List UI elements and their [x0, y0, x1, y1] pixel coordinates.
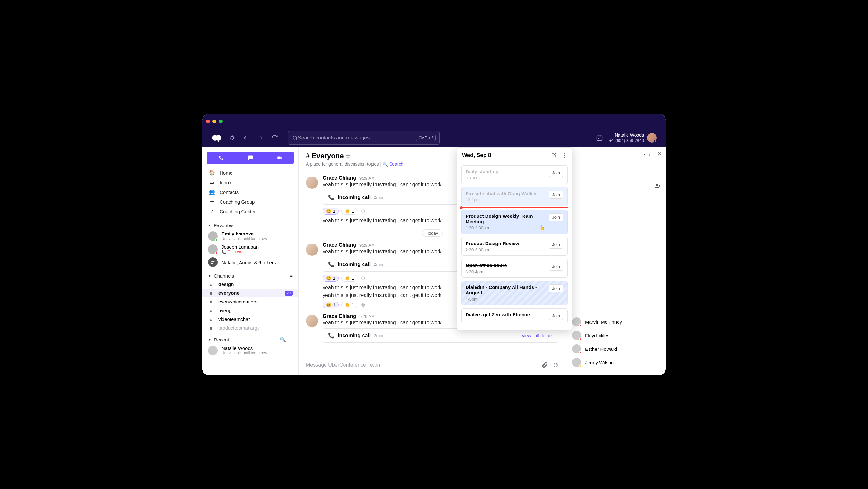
phone-icon: 📞	[221, 250, 226, 254]
calendar-event[interactable]: Open office hours3:30-4pm Join	[461, 259, 568, 278]
join-button[interactable]: Join	[549, 213, 563, 221]
channel-everyvoicematters[interactable]: #everyvoicematters	[202, 297, 299, 306]
join-button[interactable]: Join	[549, 169, 563, 177]
window-minimize[interactable]	[213, 119, 216, 123]
reaction-pill[interactable]: 👏 1	[341, 208, 358, 214]
calendar-event[interactable]: Fireside chat with Craig Walker12-1pm Jo…	[461, 187, 568, 206]
channel-videoteamchat[interactable]: #videoteamchat	[202, 315, 299, 323]
star-icon[interactable]: ☆	[345, 152, 351, 160]
open-external-icon[interactable]	[552, 152, 557, 159]
incoming-call-icon: 📞	[328, 194, 335, 200]
user-menu[interactable]: Natalie Woods +1 (604) 359-7840	[610, 133, 657, 143]
join-button[interactable]: Join	[549, 284, 563, 292]
chevron-down-icon: ▼	[208, 338, 211, 342]
close-icon[interactable]: ✕	[657, 150, 662, 157]
message-tab[interactable]	[236, 152, 265, 164]
calendar-panel: Wed, Sep 8 ⋮ Daily stand up9-10am Join F…	[457, 147, 572, 330]
channel-uveng[interactable]: #uveng	[202, 306, 299, 315]
favorite-emily[interactable]: Emily IvanovaUnavailable until tomorrow	[202, 229, 299, 242]
message-avatar[interactable]	[306, 243, 318, 256]
recent-header[interactable]: ▼Recent 🔍=	[202, 335, 299, 344]
refresh-icon[interactable]	[271, 134, 279, 142]
action-tabs	[202, 147, 299, 167]
avatar	[572, 344, 581, 353]
channel-design[interactable]: #design	[202, 280, 299, 289]
forward-icon[interactable]	[256, 134, 265, 142]
settings-icon[interactable]	[228, 134, 236, 142]
reaction-pill[interactable]: 😄 1	[322, 208, 339, 214]
inbox-icon: ▭	[209, 179, 215, 185]
calendar-event-active[interactable]: Product Design Weekly Team Meeting1:30-2…	[461, 210, 568, 234]
calendar-event[interactable]: Daily stand up9-10am Join	[461, 165, 568, 184]
recent-search-icon[interactable]: 🔍	[280, 337, 286, 342]
contacts-icon: 👥	[209, 189, 215, 195]
channel-everyone[interactable]: #everyone20	[202, 289, 299, 297]
avatar	[208, 346, 218, 355]
video-tab[interactable]	[265, 152, 294, 164]
back-icon[interactable]	[242, 134, 250, 142]
svg-point-10	[656, 183, 658, 186]
window-maximize[interactable]	[219, 119, 223, 123]
reaction-pill[interactable]: 😄 1	[322, 301, 339, 308]
recent-menu-icon[interactable]: =	[290, 337, 293, 342]
message-author[interactable]: Grace Chiang	[322, 313, 356, 319]
message-author[interactable]: Grace Chiang	[322, 175, 356, 181]
call-tab[interactable]	[207, 152, 236, 164]
reaction-pill[interactable]: 👏 1	[341, 301, 358, 308]
invite-icon[interactable]	[654, 183, 661, 189]
event-more-icon[interactable]: ⋮	[539, 213, 545, 219]
reaction-pill[interactable]: 😄 1	[322, 275, 339, 282]
member-item[interactable]: Floyd Miles	[572, 328, 660, 342]
composer-input[interactable]	[306, 362, 537, 368]
group-icon: ☷	[209, 199, 215, 205]
message-avatar[interactable]	[306, 176, 318, 189]
join-button[interactable]: Join	[549, 191, 563, 199]
calendar-event[interactable]: DialedIn - Company All Hands - August4-5…	[461, 281, 568, 305]
join-button[interactable]: Join	[549, 312, 563, 320]
nav-list: 🏠Home ▭Inbox 👥Contacts ☷Coaching Group ↗…	[202, 167, 299, 218]
add-reaction-icon[interactable]: ☺	[360, 208, 366, 214]
app-logo[interactable]	[211, 133, 222, 143]
channel-search[interactable]: 🔍 Search	[382, 162, 403, 167]
attachment-icon[interactable]	[541, 362, 548, 368]
reaction-pill[interactable]: 👏 1	[341, 275, 358, 282]
presence-dot	[579, 365, 582, 368]
calendar-icon[interactable]	[595, 134, 604, 142]
message-author[interactable]: Grace Chiang	[322, 242, 356, 248]
nav-coaching-group[interactable]: ☷Coaching Group	[202, 197, 299, 206]
favorites-header[interactable]: ▼Favorites =	[202, 221, 299, 229]
presence-dot	[579, 324, 582, 327]
channels-menu-icon[interactable]: =	[290, 273, 293, 279]
join-button[interactable]: Join	[549, 262, 563, 270]
nav-inbox[interactable]: ▭Inbox	[202, 177, 299, 187]
more-icon[interactable]: ⋮	[562, 152, 567, 159]
favorites-menu-icon[interactable]: =	[290, 223, 293, 228]
calendar-event[interactable]: Dialers get Zen with Etienne Join	[461, 308, 568, 323]
search-bar[interactable]: CMD + /	[288, 131, 440, 145]
member-item[interactable]: Jenny Wilson	[572, 356, 660, 369]
member-item[interactable]: Marvin McKinney	[572, 315, 660, 328]
message-time: 9:29 AM	[359, 314, 375, 319]
message-time: 9:29 AM	[359, 176, 375, 181]
presence-dot	[654, 140, 657, 143]
message-avatar[interactable]	[306, 315, 318, 327]
favorite-group[interactable]: Natalie, Annie, & 6 others	[202, 256, 299, 269]
hash-icon: #	[208, 308, 214, 313]
user-name: Natalie Woods	[610, 133, 644, 138]
join-button[interactable]: Join	[549, 241, 563, 249]
search-input[interactable]	[298, 135, 416, 141]
member-item[interactable]: Esther Howard	[572, 342, 660, 356]
calendar-event[interactable]: Product Design Review2:30-3:30pm Join	[461, 237, 568, 256]
emoji-icon[interactable]: ☺	[553, 361, 559, 369]
nav-contacts[interactable]: 👥Contacts	[202, 187, 299, 197]
nav-home[interactable]: 🏠Home	[202, 168, 299, 177]
recent-natalie[interactable]: Natalie WoodsUnavailable until tomorrow	[202, 344, 299, 357]
add-reaction-icon[interactable]: ☺	[360, 301, 366, 308]
add-reaction-icon[interactable]: ☺	[360, 275, 366, 282]
view-call-details[interactable]: View call details	[522, 333, 553, 338]
channels-header[interactable]: ▼Channels =	[202, 272, 299, 280]
window-close[interactable]	[206, 119, 210, 123]
favorite-joseph[interactable]: Joseph Lumaban📞 On a call	[202, 242, 299, 256]
channel-productteamatlarge[interactable]: #productteamatlarge	[202, 323, 299, 332]
nav-coaching-center[interactable]: ↗Coaching Center	[202, 206, 299, 216]
